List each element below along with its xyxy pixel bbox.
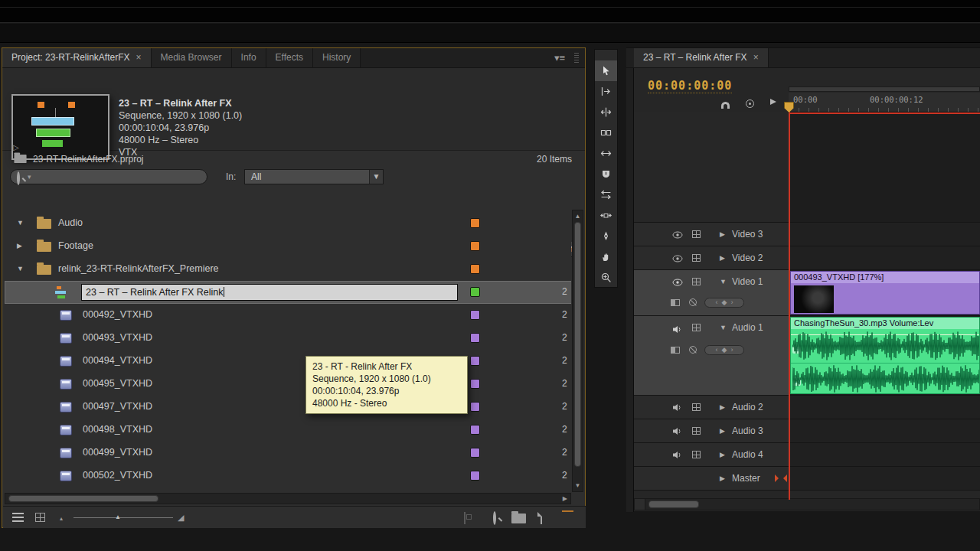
panel-menu-icon[interactable]: ▾≡ — [554, 52, 565, 64]
list-item-clip[interactable]: 000497_VTXHD 2 — [5, 396, 571, 419]
item-name[interactable]: Footage — [58, 240, 93, 251]
zoom-slider-track[interactable] — [74, 517, 173, 518]
label-swatch[interactable] — [470, 333, 480, 343]
collapse-icon[interactable]: ▼ — [720, 324, 727, 331]
vertical-scrollbar[interactable]: ▲ ▼ — [572, 210, 583, 492]
tab-history[interactable]: History — [313, 48, 361, 67]
new-item-icon[interactable] — [541, 512, 542, 524]
icon-view-button[interactable] — [35, 513, 45, 522]
audio2-content[interactable] — [789, 396, 980, 419]
toggle-track-output-icon[interactable] — [672, 403, 682, 412]
list-item-clip[interactable]: 000494_VTXHD 2 — [5, 350, 571, 373]
rename-input[interactable]: 23 – RT – Relink After FX Relink — [81, 284, 458, 301]
label-swatch[interactable] — [470, 379, 480, 389]
new-bin-icon[interactable] — [511, 514, 526, 523]
tab-close-icon[interactable]: × — [753, 52, 759, 63]
video2-header[interactable]: ▶ Video 2 — [634, 246, 789, 270]
scroll-up-icon[interactable]: ▲ — [573, 213, 583, 220]
search-options-icon[interactable]: ▾ — [28, 173, 31, 181]
label-swatch[interactable] — [470, 287, 480, 297]
selection-tool[interactable] — [595, 60, 617, 81]
label-swatch[interactable] — [470, 356, 480, 366]
video1-content[interactable]: 000493_VTXHD [177%] — [789, 270, 980, 316]
collapse-icon[interactable]: ▼ — [720, 278, 727, 285]
show-keyframes-icon[interactable] — [689, 346, 697, 354]
rolling-edit-tool[interactable] — [595, 122, 617, 143]
audio1-content[interactable]: ChasingTheSun_30.mp3 Volume:Lev L R — [789, 316, 980, 396]
label-swatch[interactable] — [470, 310, 480, 320]
sync-lock-icon[interactable] — [692, 403, 701, 411]
slip-tool[interactable] — [595, 184, 617, 205]
timeline-scrollbar[interactable] — [634, 498, 980, 510]
zoom-tool[interactable] — [595, 267, 617, 288]
disclosure-icon[interactable]: ▶ — [17, 242, 22, 249]
video-clip[interactable]: 000493_VTXHD [177%] — [790, 271, 980, 315]
sync-lock-icon[interactable] — [692, 427, 701, 435]
list-item-clip[interactable]: 000492_VTXHD 2 — [5, 304, 571, 327]
item-name[interactable]: 000499_VTXHD — [83, 447, 152, 458]
hand-tool[interactable] — [595, 246, 617, 267]
sync-lock-icon[interactable] — [692, 230, 701, 238]
project-list[interactable]: ▼ Audio ▶ Footage ▼ relink_23-RT-RelinkA… — [2, 210, 571, 492]
rate-stretch-tool[interactable] — [595, 143, 617, 164]
encore-chapter-marker-icon[interactable] — [746, 99, 754, 108]
audio4-content[interactable] — [789, 443, 980, 467]
tab-timeline-sequence[interactable]: 23 – RT – Relink After FX× — [634, 48, 769, 67]
in-dropdown[interactable]: All ▼ — [244, 169, 384, 184]
label-swatch[interactable] — [470, 218, 480, 228]
collapse-icon[interactable]: ▶ — [720, 427, 725, 435]
disclosure-icon[interactable]: ▼ — [17, 265, 24, 272]
label-swatch[interactable] — [470, 471, 480, 481]
list-view-button[interactable] — [12, 513, 24, 522]
tab-media-browser[interactable]: Media Browser — [152, 48, 232, 67]
horizontal-scrollbar[interactable]: ▶ — [5, 493, 571, 504]
playhead-line[interactable] — [789, 111, 790, 500]
audio3-header[interactable]: ▶ Audio 3 — [634, 419, 789, 443]
audio1-header[interactable]: ▼ Audio 1 ‹ ◆ › — [634, 316, 789, 396]
label-swatch[interactable] — [470, 264, 480, 274]
track-select-tool[interactable] — [595, 81, 617, 102]
list-item-audio[interactable]: ▼ Audio — [5, 212, 571, 235]
list-item-clip[interactable]: 000495_VTXHD 2 — [5, 373, 571, 396]
list-item-relink-bin[interactable]: ▼ relink_23-RT-RelinkAfterFX_Premiere — [5, 258, 571, 281]
scrollbar-thumb[interactable] — [574, 222, 581, 467]
scrollbar-thumb[interactable] — [8, 495, 158, 502]
label-swatch[interactable] — [470, 402, 480, 412]
toggle-track-output-icon[interactable] — [672, 325, 682, 334]
item-name[interactable]: Audio — [58, 217, 83, 228]
item-name[interactable]: 000494_VTXHD — [83, 355, 152, 366]
set-display-style-icon[interactable] — [671, 347, 680, 354]
item-name[interactable]: 000497_VTXHD — [83, 401, 152, 412]
scroll-right-icon[interactable]: ▶ — [563, 495, 567, 502]
item-name[interactable]: 000502_VTXHD — [83, 470, 152, 481]
label-swatch[interactable] — [470, 425, 480, 435]
collapse-icon[interactable]: ▶ — [720, 254, 725, 262]
disclosure-icon[interactable]: ▼ — [17, 219, 24, 227]
audio2-header[interactable]: ▶ Audio 2 — [634, 396, 789, 419]
list-item-clip[interactable]: 000493_VTXHD 2 — [5, 327, 571, 350]
video2-content[interactable] — [789, 246, 980, 270]
collapse-icon[interactable]: ▶ — [720, 230, 725, 238]
audio-clip[interactable]: ChasingTheSun_30.mp3 Volume:Lev L R — [790, 317, 980, 394]
sync-lock-icon[interactable] — [692, 451, 701, 458]
panel-grip[interactable] — [574, 53, 579, 64]
ripple-edit-tool[interactable] — [595, 102, 617, 122]
current-timecode[interactable]: 00:00:00:00 — [648, 79, 732, 93]
collapse-icon[interactable]: ▶ — [720, 451, 725, 458]
toggle-track-output-icon[interactable] — [672, 427, 682, 435]
pen-tool[interactable] — [595, 226, 617, 246]
sync-lock-icon[interactable] — [692, 278, 701, 285]
dropdown-arrow-icon[interactable]: ▼ — [369, 170, 383, 184]
zoom-out-icon[interactable]: ▴ — [60, 515, 63, 522]
item-name[interactable]: 000498_VTXHD — [83, 424, 152, 435]
time-ruler[interactable]: 00:00 00:00:00:12 — [789, 93, 980, 112]
item-name[interactable]: 000492_VTXHD — [83, 309, 152, 320]
audio3-content[interactable] — [789, 419, 980, 443]
sync-lock-icon[interactable] — [692, 324, 701, 331]
item-name[interactable]: 000493_VTXHD — [83, 332, 152, 343]
master-header[interactable]: Master ▶ Master — [634, 467, 789, 491]
collapse-icon[interactable]: ▶ — [720, 403, 725, 411]
show-keyframes-icon[interactable] — [689, 298, 697, 306]
video3-header[interactable]: ▶ Video 3 — [634, 223, 789, 246]
set-display-style-icon[interactable] — [671, 299, 680, 306]
